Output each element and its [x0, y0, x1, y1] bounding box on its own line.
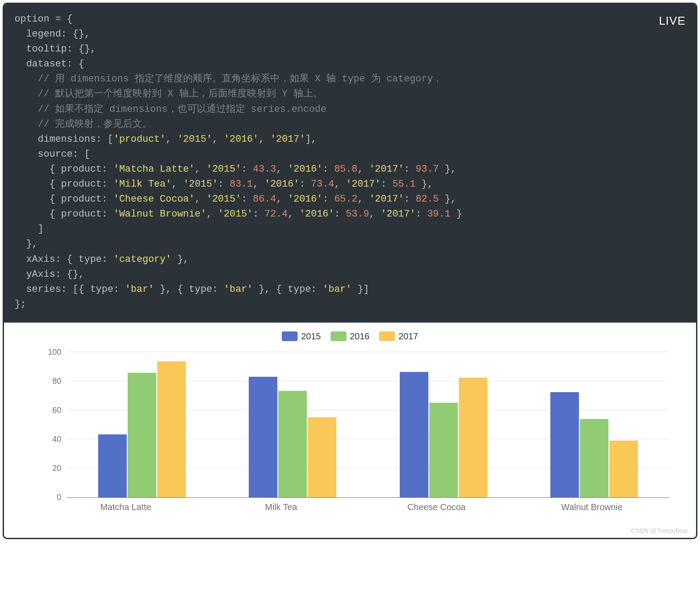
plot-area[interactable]: [66, 352, 670, 498]
bar[interactable]: [609, 441, 638, 497]
bar-group: [368, 352, 519, 497]
legend-swatch: [379, 331, 395, 341]
bar[interactable]: [308, 417, 336, 497]
bar[interactable]: [400, 372, 428, 497]
editor-chart-frame: LIVEoption = { legend: {}, tooltip: {}, …: [3, 3, 697, 539]
legend-swatch: [282, 331, 298, 341]
legend-item-2016[interactable]: 2016: [331, 331, 370, 342]
legend-item-2017[interactable]: 2017: [379, 331, 418, 342]
x-tick: Walnut Brownie: [514, 502, 670, 512]
legend-label: 2017: [398, 331, 418, 342]
x-tick: Milk Tea: [203, 502, 359, 512]
x-tick: Matcha Latte: [48, 502, 203, 512]
y-axis: 100 80 60 40 20 0: [48, 352, 66, 497]
chart-legend: 2015 2016 2017: [4, 331, 696, 342]
chart-preview: 2015 2016 2017 100 80 60 40 20 0: [4, 323, 696, 525]
watermark: CSDN @Treepobear: [4, 525, 696, 538]
bar-group: [217, 352, 368, 497]
bar[interactable]: [429, 403, 458, 497]
bar[interactable]: [249, 377, 277, 497]
live-badge: LIVE: [659, 12, 685, 29]
bar[interactable]: [98, 434, 127, 497]
bar[interactable]: [580, 419, 608, 497]
bar[interactable]: [157, 361, 186, 497]
x-axis: Matcha Latte Milk Tea Cheese Cocoa Walnu…: [4, 502, 696, 512]
bar[interactable]: [278, 391, 307, 497]
x-tick: Cheese Cocoa: [359, 502, 514, 512]
legend-swatch: [331, 331, 346, 341]
legend-item-2015[interactable]: 2015: [282, 331, 321, 342]
legend-label: 2016: [350, 331, 370, 342]
bar-group: [66, 352, 217, 497]
code-editor[interactable]: LIVEoption = { legend: {}, tooltip: {}, …: [4, 4, 696, 323]
bar[interactable]: [459, 378, 487, 497]
bar[interactable]: [128, 373, 156, 497]
legend-label: 2015: [301, 331, 321, 342]
bar[interactable]: [550, 392, 579, 497]
bar-group: [519, 352, 670, 497]
